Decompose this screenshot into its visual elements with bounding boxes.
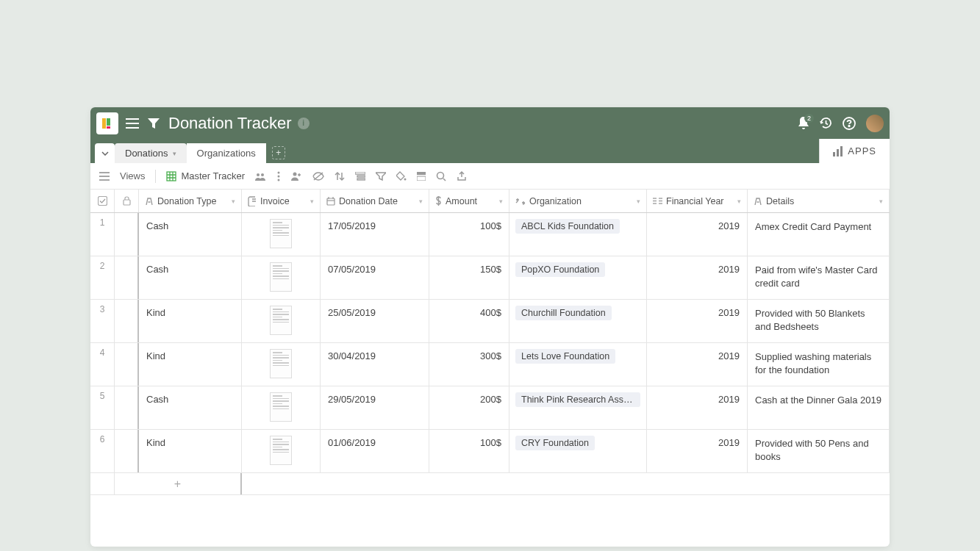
cell-type[interactable]: Kind — [139, 430, 242, 472]
cell-invoice[interactable] — [242, 213, 321, 256]
cell-date[interactable]: 01/06/2019 — [321, 430, 429, 472]
cell-date[interactable]: 25/05/2019 — [321, 300, 429, 342]
column-financial-year[interactable]: Financial Year▾ — [647, 190, 748, 212]
hide-icon[interactable] — [312, 172, 324, 181]
table-row[interactable]: 6 Kind 01/06/2019 100$ CRY Foundation 20… — [90, 430, 890, 473]
cell-date[interactable]: 30/04/2019 — [321, 343, 429, 386]
cell-organization[interactable]: Churchill Foundation — [509, 300, 647, 342]
org-tag[interactable]: PopXO Foundation — [515, 262, 605, 277]
cell-type[interactable]: Kind — [139, 343, 242, 386]
cell-organization[interactable]: ABCL Kids Foundation — [509, 213, 647, 256]
table-row[interactable]: 1 Cash 17/05/2019 100$ ABCL Kids Foundat… — [90, 213, 890, 256]
fill-icon[interactable] — [396, 171, 407, 181]
history-icon[interactable] — [820, 117, 832, 129]
search-icon[interactable] — [436, 171, 446, 181]
cell-date[interactable]: 17/05/2019 — [321, 213, 429, 256]
org-tag[interactable]: Think Pink Research Asso… — [515, 392, 640, 407]
org-tag[interactable]: ABCL Kids Foundation — [515, 219, 620, 234]
cell-details[interactable]: Amex Credit Card Payment — [748, 213, 890, 256]
notifications-icon[interactable]: 2 — [798, 117, 809, 130]
cell-amount[interactable]: 150$ — [429, 256, 509, 299]
invoice-thumbnail[interactable] — [270, 392, 292, 422]
help-icon[interactable] — [843, 117, 856, 130]
row-lock — [115, 213, 139, 256]
cell-organization[interactable]: Think Pink Research Asso… — [509, 386, 647, 429]
filter-toolbar-icon[interactable] — [376, 172, 386, 181]
hamburger-icon[interactable] — [126, 118, 139, 129]
cell-amount[interactable]: 100$ — [429, 213, 509, 256]
cell-type[interactable]: Cash — [139, 213, 242, 256]
views-label[interactable]: Views — [120, 170, 145, 181]
tab-label: Organizations — [197, 148, 256, 159]
cell-details[interactable]: Supplied washing materials for the found… — [748, 343, 890, 386]
cell-amount[interactable]: 100$ — [429, 430, 509, 472]
cell-amount[interactable]: 200$ — [429, 386, 509, 429]
group-icon[interactable] — [355, 172, 365, 181]
cell-invoice[interactable] — [242, 386, 321, 429]
apps-button[interactable]: APPS — [819, 139, 890, 163]
cell-year[interactable]: 2019 — [647, 256, 748, 299]
invoice-thumbnail[interactable] — [270, 306, 292, 335]
cell-organization[interactable]: CRY Foundation — [509, 430, 647, 472]
column-date[interactable]: Donation Date▾ — [321, 190, 429, 212]
cell-year[interactable]: 2019 — [647, 213, 748, 256]
select-all-checkbox[interactable] — [90, 190, 115, 212]
cell-type[interactable]: Cash — [139, 386, 242, 429]
cell-invoice[interactable] — [242, 430, 321, 472]
org-tag[interactable]: Lets Love Foundation — [515, 349, 615, 364]
cell-date[interactable]: 29/05/2019 — [321, 386, 429, 429]
add-row[interactable]: + — [90, 473, 890, 495]
current-view[interactable]: Master Tracker — [166, 170, 245, 181]
table-row[interactable]: 3 Kind 25/05/2019 400$ Churchill Foundat… — [90, 300, 890, 343]
cell-amount[interactable]: 300$ — [429, 343, 509, 386]
share-icon[interactable] — [255, 172, 267, 181]
export-icon[interactable] — [457, 171, 467, 181]
cell-invoice[interactable] — [242, 300, 321, 342]
more-icon[interactable] — [277, 171, 280, 181]
filter-icon[interactable] — [148, 118, 160, 129]
views-menu-button[interactable] — [99, 172, 110, 181]
user-avatar[interactable] — [866, 115, 884, 132]
column-amount[interactable]: Amount▾ — [429, 190, 509, 212]
cell-organization[interactable]: Lets Love Foundation — [509, 343, 647, 386]
org-tag[interactable]: Churchill Foundation — [515, 306, 612, 320]
cell-year[interactable]: 2019 — [647, 386, 748, 429]
column-organization[interactable]: Organization▾ — [509, 190, 647, 212]
table-row[interactable]: 2 Cash 07/05/2019 150$ PopXO Foundation … — [90, 256, 890, 300]
table-row[interactable]: 4 Kind 30/04/2019 300$ Lets Love Foundat… — [90, 343, 890, 386]
table-row[interactable]: 5 Cash 29/05/2019 200$ Think Pink Resear… — [90, 386, 890, 430]
cell-invoice[interactable] — [242, 343, 321, 386]
cell-year[interactable]: 2019 — [647, 300, 748, 342]
info-icon[interactable]: i — [298, 118, 310, 129]
add-tab-button[interactable]: + — [272, 146, 285, 159]
row-height-icon[interactable] — [417, 172, 426, 181]
cell-year[interactable]: 2019 — [647, 343, 748, 386]
tab-donations[interactable]: Donations ▾ — [115, 143, 187, 163]
tabs-chevron[interactable] — [95, 143, 115, 163]
invoice-thumbnail[interactable] — [270, 349, 292, 378]
column-invoice[interactable]: Invoice▾ — [242, 190, 321, 212]
cell-date[interactable]: 07/05/2019 — [321, 256, 429, 299]
add-user-icon[interactable] — [290, 171, 302, 181]
invoice-thumbnail[interactable] — [270, 262, 292, 292]
tab-organizations[interactable]: Organizations — [187, 143, 266, 163]
cell-amount[interactable]: 400$ — [429, 300, 509, 342]
sort-icon[interactable] — [335, 171, 345, 181]
cell-invoice[interactable] — [242, 256, 321, 299]
org-tag[interactable]: CRY Foundation — [515, 436, 595, 450]
invoice-thumbnail[interactable] — [270, 219, 292, 248]
cell-details[interactable]: Cash at the Dinner Gala 2019 — [748, 386, 890, 429]
svg-point-36 — [437, 172, 444, 179]
column-details[interactable]: Details▾ — [748, 190, 890, 212]
app-logo[interactable] — [96, 112, 118, 134]
cell-details[interactable]: Provided with 50 Blankets and Bedsheets — [748, 300, 890, 342]
row-lock — [115, 343, 139, 386]
column-donation-type[interactable]: Donation Type▾ — [139, 190, 242, 212]
cell-organization[interactable]: PopXO Foundation — [509, 256, 647, 299]
cell-type[interactable]: Kind — [139, 300, 242, 342]
invoice-thumbnail[interactable] — [270, 436, 292, 465]
cell-type[interactable]: Cash — [139, 256, 242, 299]
cell-details[interactable]: Paid from wife's Master Card credit card — [748, 256, 890, 299]
cell-details[interactable]: Provided with 50 Pens and books — [748, 430, 890, 472]
cell-year[interactable]: 2019 — [647, 430, 748, 472]
